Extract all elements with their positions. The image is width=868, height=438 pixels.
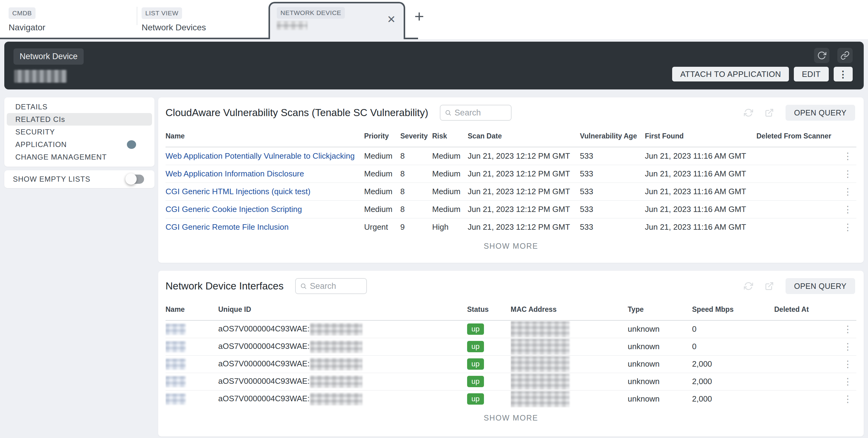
redacted-mac-address xyxy=(510,321,569,337)
col-mac-address: MAC Address xyxy=(510,299,628,321)
refresh-icon xyxy=(817,51,826,60)
row-actions-button[interactable]: ⋮ xyxy=(839,200,856,218)
cell-type: unknown xyxy=(628,390,692,408)
tab-divider xyxy=(137,7,137,25)
row-actions-button[interactable]: ⋮ xyxy=(839,390,856,408)
attach-to-application-button[interactable]: ATTACH TO APPLICATION xyxy=(672,67,789,81)
show-more-button[interactable]: SHOW MORE xyxy=(158,408,864,428)
cell-deleted-at xyxy=(774,373,839,390)
table-row: aOS7V0000004C93WAE: up unknown 2,000 ⋮ xyxy=(165,355,856,373)
cell-risk: Medium xyxy=(432,182,468,200)
panel-refresh-button[interactable] xyxy=(744,281,753,291)
table-row: CGI Generic HTML Injections (quick test)… xyxy=(165,182,856,200)
refresh-icon xyxy=(744,108,753,117)
refresh-button[interactable] xyxy=(814,48,829,63)
show-empty-lists-label: SHOW EMPTY LISTS xyxy=(13,175,126,183)
redacted-unique-id-suffix xyxy=(310,375,362,388)
vulnerability-link[interactable]: Web Application Potentially Vulnerable t… xyxy=(165,151,354,161)
external-link-icon xyxy=(765,281,774,291)
record-type-badge: Network Device xyxy=(13,48,84,65)
copy-link-button[interactable] xyxy=(837,48,853,63)
cell-severity: 8 xyxy=(400,165,432,182)
col-name: Name xyxy=(165,299,218,321)
row-actions-button[interactable]: ⋮ xyxy=(839,355,856,373)
cell-speed: 2,000 xyxy=(692,373,774,390)
header-more-actions-button[interactable]: ⋮ xyxy=(834,67,853,81)
row-actions-button[interactable]: ⋮ xyxy=(839,218,856,236)
sidebar-item-change-management[interactable]: CHANGE MANAGEMENT xyxy=(7,151,152,163)
tab-network-devices-list[interactable]: LIST VIEW Network Devices xyxy=(142,7,206,32)
redacted-device-name xyxy=(14,70,67,83)
redacted-interface-name xyxy=(165,359,186,370)
row-actions-button[interactable]: ⋮ xyxy=(839,321,856,338)
col-first-found: First Found xyxy=(645,126,756,147)
unique-id-prefix: aOS7V0000004C93WAE: xyxy=(218,376,310,385)
external-link-icon xyxy=(765,108,774,117)
record-header: Network Device ATTACH TO APPLICATION EDI… xyxy=(4,42,864,90)
edit-button[interactable]: EDIT xyxy=(794,67,829,81)
col-vulnerability-age: Vulnerability Age xyxy=(580,126,645,147)
col-deleted-at: Deleted At xyxy=(774,299,839,321)
row-actions-button[interactable]: ⋮ xyxy=(839,165,856,182)
open-query-button[interactable]: OPEN QUERY xyxy=(785,105,855,121)
network-device-interfaces-panel: Network Device Interfaces OPEN QUERY Nam… xyxy=(158,271,864,436)
open-query-button[interactable]: OPEN QUERY xyxy=(785,278,855,294)
cell-first-found: Jun 21, 2023 11:16 AM GMT xyxy=(645,147,756,165)
row-actions-button[interactable]: ⋮ xyxy=(839,338,856,355)
redacted-tab-title xyxy=(277,21,307,30)
panel-title: CloudAware Vulnerability Scans (Tenable … xyxy=(165,107,428,119)
table-header-row: Name Unique ID Status MAC Address Type S… xyxy=(165,299,856,321)
vulnerability-link[interactable]: CGI Generic Remote File Inclusion xyxy=(165,223,289,232)
interfaces-table: Name Unique ID Status MAC Address Type S… xyxy=(165,299,856,408)
row-actions-button[interactable]: ⋮ xyxy=(839,182,856,200)
tab-type-badge: LIST VIEW xyxy=(142,7,182,19)
sidebar-item-label: APPLICATION xyxy=(15,140,67,149)
cell-first-found: Jun 21, 2023 11:16 AM GMT xyxy=(645,182,756,200)
unique-id-prefix: aOS7V0000004C93WAE: xyxy=(218,394,310,403)
show-more-button[interactable]: SHOW MORE xyxy=(158,236,864,256)
row-actions-button[interactable]: ⋮ xyxy=(839,373,856,390)
vulnerability-link[interactable]: CGI Generic Cookie Injection Scripting xyxy=(165,205,302,214)
show-empty-lists-card: SHOW EMPTY LISTS xyxy=(4,170,154,188)
cell-vulnerability-age: 533 xyxy=(580,218,645,236)
refresh-icon xyxy=(744,281,753,291)
sidebar-item-security[interactable]: SECURITY xyxy=(7,126,152,138)
link-icon xyxy=(840,51,849,60)
cell-severity: 8 xyxy=(400,147,432,165)
cell-type: unknown xyxy=(628,321,692,338)
search-input[interactable] xyxy=(310,281,362,291)
col-deleted-from-scanner: Deleted From Scanner xyxy=(756,126,839,147)
interfaces-searchbox xyxy=(295,278,367,294)
search-icon xyxy=(300,282,307,290)
tab-title: Navigator xyxy=(8,23,45,32)
cell-scan-date: Jun 21, 2023 12:12 PM GMT xyxy=(468,218,580,236)
redacted-mac-address xyxy=(510,391,569,407)
cell-severity: 9 xyxy=(400,218,432,236)
cell-priority: Medium xyxy=(364,200,400,218)
row-actions-button[interactable]: ⋮ xyxy=(839,147,856,165)
panel-open-external-button[interactable] xyxy=(765,108,774,117)
sidebar-item-related-cis[interactable]: RELATED CIs xyxy=(7,113,152,126)
status-badge: up xyxy=(467,341,484,352)
panel-open-external-button[interactable] xyxy=(765,281,774,291)
vulnerability-link[interactable]: Web Application Information Disclosure xyxy=(165,169,304,178)
close-tab-icon[interactable]: ✕ xyxy=(387,13,396,26)
tab-network-device-active[interactable]: NETWORK DEVICE ✕ xyxy=(269,2,405,39)
cell-first-found: Jun 21, 2023 11:16 AM GMT xyxy=(645,218,756,236)
show-empty-lists-toggle[interactable] xyxy=(126,175,144,184)
vulnerability-searchbox xyxy=(440,105,512,121)
vulnerability-link[interactable]: CGI Generic HTML Injections (quick test) xyxy=(165,187,310,196)
sidebar-item-application[interactable]: APPLICATION xyxy=(7,138,152,151)
cell-vulnerability-age: 533 xyxy=(580,165,645,182)
panel-refresh-button[interactable] xyxy=(744,108,753,117)
table-row: aOS7V0000004C93WAE: up unknown 0 ⋮ xyxy=(165,338,856,355)
cell-type: unknown xyxy=(628,355,692,373)
cell-risk: Medium xyxy=(432,165,468,182)
new-tab-button[interactable]: + xyxy=(414,8,424,25)
tab-bar-underline-tail xyxy=(404,38,418,39)
redacted-mac-address xyxy=(510,356,569,372)
tab-cmdb-navigator[interactable]: CMDB Navigator xyxy=(8,7,45,32)
search-input[interactable] xyxy=(455,108,507,117)
cell-deleted-from-scanner xyxy=(756,147,839,165)
sidebar-item-details[interactable]: DETAILS xyxy=(7,100,152,113)
